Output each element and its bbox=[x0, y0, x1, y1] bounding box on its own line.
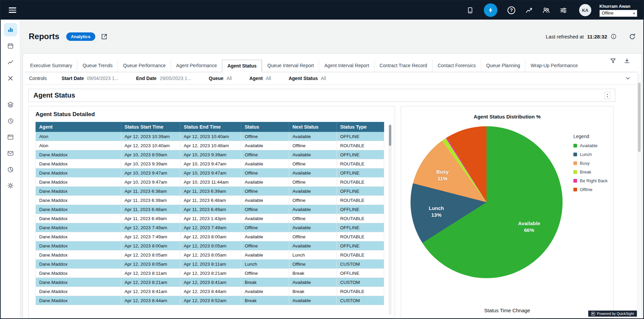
sidebar-item-calendar[interactable] bbox=[4, 39, 17, 53]
table-scrollbar-thumb[interactable] bbox=[389, 125, 391, 146]
notepad-icon[interactable] bbox=[467, 7, 474, 14]
control-end-date[interactable]: End Date29/05/2023 1... bbox=[136, 76, 191, 81]
topbar-actions: ? KA Khurram Awan Offline ▾ bbox=[467, 3, 637, 17]
table-row[interactable]: Dane.MaddoxApr 11, 2023 6:49amApr 11, 20… bbox=[36, 214, 384, 223]
sidebar-item-pie-report[interactable] bbox=[4, 163, 17, 176]
control-queue[interactable]: QueueAll bbox=[209, 76, 232, 81]
column-header-status[interactable]: Status bbox=[241, 122, 289, 132]
last-refreshed-label: Last refreshed at bbox=[546, 34, 584, 39]
tab-agent-interval-report[interactable]: Agent Interval Report bbox=[319, 60, 374, 72]
tab-contact-forensics[interactable]: Contact Forensics bbox=[432, 60, 481, 72]
controls-title: Controls bbox=[29, 76, 47, 81]
filter-icon[interactable] bbox=[610, 58, 616, 64]
pie-chart[interactable]: Busy11% Lunch13% Available66% bbox=[411, 126, 563, 278]
tab-wrap-up-performance[interactable]: Wrap-Up Performance bbox=[525, 60, 583, 72]
table-row[interactable]: Dane.MaddoxApr 12, 2023 8:21amApr 12, 20… bbox=[36, 278, 384, 287]
table-row[interactable]: Dane.MaddoxApr 12, 2023 8:05amApr 12, 20… bbox=[36, 250, 384, 260]
table-row[interactable]: Dane.MaddoxApr 11, 2023 6:39amApr 11, 20… bbox=[36, 196, 384, 205]
powered-by-quicksight-badge: Powered by QuickSight bbox=[588, 311, 637, 317]
app-window: ? KA Khurram Awan Offline ▾ bbox=[0, 0, 644, 319]
tab-queue-planning[interactable]: Queue Planning bbox=[481, 60, 525, 72]
download-icon[interactable] bbox=[624, 58, 630, 64]
legend-item-busy: Busy bbox=[573, 161, 608, 166]
table-row[interactable]: Dane.MaddoxApr 12, 2023 8:05amApr 12, 20… bbox=[36, 260, 384, 269]
table-row[interactable]: Dane.MaddoxApr 10, 2023 9:39amApr 10, 20… bbox=[36, 159, 384, 168]
sidebar-item-metrics[interactable] bbox=[4, 55, 17, 69]
table-row[interactable]: Dane.MaddoxApr 11, 2023 6:48amApr 11, 20… bbox=[36, 205, 384, 214]
table-row[interactable]: Dane.MaddoxApr 10, 2023 9:47amApr 10, 20… bbox=[36, 168, 384, 178]
tab-contract-trace-record[interactable]: Contract Trace Record bbox=[374, 60, 432, 72]
control-agent-status[interactable]: Agent StatusAll bbox=[289, 76, 326, 81]
sidebar-item-mail[interactable] bbox=[4, 147, 17, 160]
column-header-status-type[interactable]: Status Type bbox=[337, 122, 384, 132]
controls-collapse-chevron-icon[interactable] bbox=[625, 75, 631, 81]
pie-label-available: Available66% bbox=[518, 220, 540, 233]
card-tools bbox=[610, 58, 630, 64]
legend-swatch bbox=[573, 179, 577, 183]
tab-queue-performance[interactable]: Queue Performance bbox=[118, 60, 171, 72]
help-icon[interactable]: ? bbox=[507, 6, 515, 14]
sheet-title: Agent Status bbox=[33, 91, 75, 99]
realtime-bolt-icon[interactable] bbox=[484, 3, 497, 17]
sidebar-item-tools[interactable] bbox=[4, 72, 17, 85]
user-name: Khurram Awan bbox=[599, 4, 637, 9]
sidebar-item-reports[interactable] bbox=[4, 23, 17, 36]
page-title: Reports bbox=[29, 32, 59, 41]
table-row[interactable]: Dane.MaddoxApr 10, 2023 8:59amApr 10, 20… bbox=[36, 150, 384, 159]
agent-status-select[interactable]: Offline ▾ bbox=[599, 10, 637, 17]
table-row[interactable]: Dane.MaddoxApr 12, 2023 8:41amApr 12, 20… bbox=[36, 287, 384, 296]
sidebar-item-history[interactable] bbox=[4, 114, 17, 128]
users-icon[interactable] bbox=[543, 7, 550, 14]
legend-swatch bbox=[573, 161, 577, 165]
pie-label-lunch: Lunch13% bbox=[429, 205, 444, 218]
table-row[interactable]: AlonApr 12, 2023 10:40amApr 12, 2023 10:… bbox=[36, 141, 384, 150]
avatar[interactable]: KA bbox=[579, 4, 591, 16]
table-row[interactable]: Dane.MaddoxApr 10, 2023 9:47amApr 10, 20… bbox=[36, 178, 384, 187]
legend-item-lunch: Lunch bbox=[573, 152, 608, 157]
legend-swatch bbox=[573, 170, 577, 174]
tab-queue-interval-report[interactable]: Queue Interval Report bbox=[262, 60, 319, 72]
table-row[interactable]: Dane.MaddoxApr 12, 2023 8:00amApr 12, 20… bbox=[36, 241, 384, 250]
column-header-agent[interactable]: Agent bbox=[36, 122, 121, 132]
table-row[interactable]: Dane.MaddoxApr 12, 2023 8:44amApr 12, 20… bbox=[36, 296, 384, 305]
main-content: Reports Analytics Last refreshed at 11:2… bbox=[20, 20, 643, 318]
page-scrollbar[interactable] bbox=[637, 73, 641, 318]
table-row[interactable]: Dane.MaddoxApr 12, 2023 7:49amApr 12, 20… bbox=[36, 223, 384, 232]
table-row[interactable]: Dane.MaddoxApr 12, 2023 8:11amApr 12, 20… bbox=[36, 269, 384, 278]
table-scrollbar[interactable] bbox=[389, 124, 392, 315]
sliders-icon[interactable] bbox=[560, 7, 567, 14]
refresh-icon[interactable] bbox=[629, 33, 636, 40]
tab-queue-trends[interactable]: Queue Trends bbox=[77, 60, 118, 72]
tab-bar: Executive SummaryQueue TrendsQueue Perfo… bbox=[25, 60, 638, 72]
legend-swatch bbox=[573, 153, 577, 156]
page-scrollbar-thumb[interactable] bbox=[638, 83, 641, 152]
sidebar-item-browser[interactable] bbox=[4, 130, 17, 144]
table-row[interactable]: Dane.MaddoxApr 11, 2023 6:38amApr 11, 20… bbox=[36, 187, 384, 196]
quicksight-logo-icon bbox=[591, 312, 595, 316]
next-chart-title: Status Time Chnage bbox=[401, 308, 613, 313]
column-header-status-start-time[interactable]: Status Start Time bbox=[121, 122, 180, 132]
powered-by-label: Powered by QuickSight bbox=[597, 312, 634, 316]
sidebar-item-layers[interactable] bbox=[4, 98, 17, 111]
table-row[interactable]: Dane.MaddoxApr 12, 2023 7:49amApr 12, 20… bbox=[36, 232, 384, 241]
control-start-date[interactable]: Start Date09/04/2023 1... bbox=[61, 76, 119, 81]
control-agent[interactable]: AgentAll bbox=[249, 76, 271, 81]
table-row[interactable]: AlonApr 12, 2023 10:39amApr 12, 2023 10:… bbox=[36, 132, 384, 141]
legend-item-offline: Offline bbox=[573, 187, 608, 192]
metrics-chart-icon[interactable] bbox=[525, 7, 532, 14]
tab-agent-status[interactable]: Agent Status bbox=[222, 60, 262, 72]
column-header-next-status[interactable]: Next Status bbox=[289, 122, 337, 132]
controls-fields: Start Date09/04/2023 1...End Date29/05/2… bbox=[61, 76, 326, 81]
table-body: AlonApr 12, 2023 10:39amApr 12, 2023 10:… bbox=[36, 132, 384, 305]
column-header-status-end-time[interactable]: Status End Time bbox=[180, 122, 241, 132]
external-link-icon[interactable] bbox=[101, 33, 108, 40]
info-icon[interactable] bbox=[611, 33, 617, 39]
sidebar-item-settings[interactable] bbox=[4, 179, 17, 192]
menu-icon[interactable] bbox=[9, 7, 16, 12]
tab-agent-performance[interactable]: Agent Performance bbox=[171, 60, 222, 72]
spinner-control[interactable]: ▲▼ bbox=[604, 92, 610, 99]
top-bar: ? KA Khurram Awan Offline ▾ bbox=[1, 1, 643, 20]
analytics-badge[interactable]: Analytics bbox=[66, 32, 95, 41]
legend-swatch bbox=[573, 188, 577, 191]
tab-executive-summary[interactable]: Executive Summary bbox=[25, 60, 77, 72]
